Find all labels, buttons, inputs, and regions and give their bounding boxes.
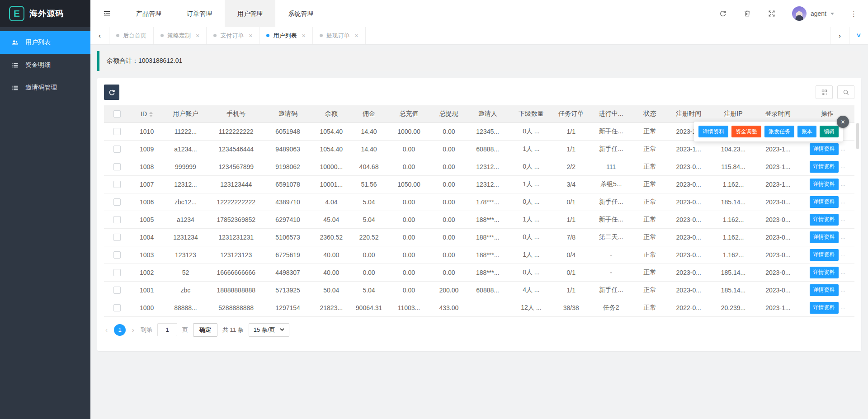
refresh-icon[interactable] [719, 9, 727, 18]
row-checkbox[interactable] [113, 287, 121, 294]
table-refresh-button[interactable] [104, 85, 119, 100]
avatar [792, 6, 807, 21]
app-logo[interactable]: E 海外源码 [0, 0, 90, 27]
col-header-0[interactable]: ID [130, 105, 163, 122]
table-scrollbar-thumb[interactable] [856, 123, 859, 149]
more-actions-icon[interactable]: ... [841, 304, 845, 311]
row-checkbox-cell [104, 228, 130, 246]
table-cell: 1009 [130, 140, 163, 158]
tab-close-icon[interactable]: × [302, 32, 305, 39]
more-actions-icon[interactable]: ... [841, 234, 845, 240]
popup-action-3[interactable]: 账本 [797, 126, 816, 137]
tab-1[interactable]: 策略定制× [154, 27, 207, 44]
table-cell: 2023-0... [755, 246, 800, 264]
row-checkbox[interactable] [113, 251, 121, 259]
table-cell: 185.14... [711, 264, 756, 281]
table-cell: 185.14... [711, 281, 756, 299]
row-checkbox[interactable] [113, 128, 121, 135]
more-kebab-icon[interactable]: ⋮ [850, 10, 857, 17]
tab-2[interactable]: 支付订单× [207, 27, 259, 44]
tab-close-icon[interactable]: × [249, 32, 252, 39]
row-checkbox[interactable] [113, 146, 121, 153]
row-checkbox[interactable] [113, 304, 121, 311]
sidebar-item-1[interactable]: 资金明细 [0, 54, 90, 76]
table-cell: 0.00 [387, 264, 431, 281]
page-next-icon[interactable]: › [131, 326, 136, 334]
row-checkbox[interactable] [113, 234, 121, 241]
tab-4[interactable]: 提现订单× [313, 27, 366, 44]
detail-button[interactable]: 详情资料 [810, 302, 839, 314]
table-cell: 14.40 [351, 140, 387, 158]
content: 余额合计：1003188612.01 [90, 44, 868, 419]
more-actions-icon[interactable]: ... [841, 181, 845, 187]
row-actions-cell: 详情资料... [800, 211, 854, 228]
page-unit-label: 页 [182, 326, 188, 334]
menu-collapse-icon[interactable] [103, 9, 111, 18]
table-cell: 新手任... [589, 281, 633, 299]
sidebar-item-0[interactable]: 用户列表 [0, 31, 90, 54]
detail-button[interactable]: 详情资料 [810, 267, 839, 278]
fullscreen-icon[interactable] [768, 9, 776, 18]
more-actions-icon[interactable]: ... [841, 146, 845, 152]
main-column: 产品管理订单管理用户管理系统管理 agent ⋮ [90, 0, 868, 419]
table-cell [467, 299, 509, 316]
topnav-item-3[interactable]: 系统管理 [275, 0, 326, 27]
sidebar-item-2[interactable]: 邀请码管理 [0, 76, 90, 99]
table-cell: 1010 [130, 122, 163, 140]
tab-0[interactable]: 后台首页 [109, 27, 154, 44]
topnav-item-2[interactable]: 用户管理 [225, 0, 275, 27]
detail-button[interactable]: 详情资料 [810, 179, 839, 190]
search-icon[interactable] [837, 85, 854, 99]
popup-action-0[interactable]: 详情资料 [698, 126, 728, 137]
more-actions-icon[interactable]: ... [841, 163, 845, 169]
table-cell: 0.00 [387, 228, 431, 246]
tab-close-icon[interactable]: × [355, 32, 359, 39]
detail-button[interactable]: 详情资料 [810, 161, 839, 173]
detail-button[interactable]: 详情资料 [810, 214, 839, 226]
user-menu[interactable]: agent [792, 6, 834, 21]
topnav-item-1[interactable]: 订单管理 [174, 0, 225, 27]
row-checkbox[interactable] [113, 181, 121, 188]
page-size-select[interactable]: 15 条/页 [249, 323, 290, 337]
col-header-label: 下级数量 [519, 110, 544, 117]
more-actions-icon[interactable]: ... [841, 216, 845, 222]
tabs-menu-icon[interactable]: ˅ [849, 27, 868, 44]
row-checkbox[interactable] [113, 269, 121, 276]
topnav-item-0[interactable]: 产品管理 [123, 0, 174, 27]
tab-3[interactable]: 用户列表× [259, 27, 312, 44]
popup-close-icon[interactable]: ✕ [837, 116, 849, 128]
goto-page-input[interactable] [157, 323, 177, 336]
table-cell: 12人 ... [509, 299, 553, 316]
table-cell: 2023-0... [666, 228, 711, 246]
detail-button[interactable]: 详情资料 [810, 231, 839, 243]
row-checkbox[interactable] [113, 163, 121, 170]
detail-button[interactable]: 详情资料 [810, 249, 839, 261]
goto-confirm-button[interactable]: 确定 [193, 323, 217, 337]
detail-button[interactable]: 详情资料 [810, 284, 839, 296]
trash-icon[interactable] [743, 9, 751, 18]
row-checkbox[interactable] [113, 198, 121, 206]
sort-icon[interactable] [149, 112, 153, 117]
page-prev-icon[interactable]: ‹ [104, 326, 109, 334]
table-cell: 2023-0... [666, 211, 711, 228]
row-checkbox[interactable] [113, 216, 121, 223]
tab-close-icon[interactable]: × [196, 32, 199, 39]
select-all-checkbox[interactable] [113, 110, 121, 118]
tabs-scroll-right-icon[interactable]: › [830, 27, 849, 44]
more-actions-icon[interactable]: ... [841, 287, 845, 293]
popup-action-4[interactable]: 编辑 [820, 126, 839, 137]
chevron-down-icon [280, 328, 284, 331]
more-actions-icon[interactable]: ... [841, 251, 845, 258]
table-cell: 0人 ... [509, 158, 553, 175]
grid-view-icon[interactable] [816, 85, 833, 99]
table-cell: 0.00 [387, 211, 431, 228]
popup-action-2[interactable]: 派发任务 [764, 126, 794, 137]
detail-button[interactable]: 详情资料 [810, 143, 839, 155]
popup-action-1[interactable]: 资金调整 [731, 126, 761, 137]
page-current[interactable]: 1 [114, 324, 126, 336]
more-actions-icon[interactable]: ... [841, 198, 845, 205]
tabs-scroll-left-icon[interactable]: ‹ [90, 27, 109, 44]
table-cell: 2023-0... [666, 175, 711, 193]
detail-button[interactable]: 详情资料 [810, 196, 839, 208]
more-actions-icon[interactable]: ... [841, 269, 845, 275]
